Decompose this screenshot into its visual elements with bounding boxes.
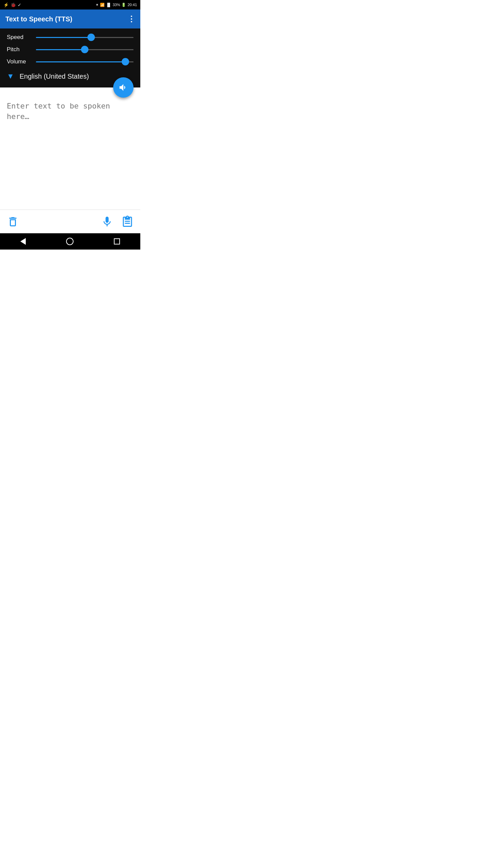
- recents-button[interactable]: [114, 238, 120, 244]
- pitch-label: Pitch: [7, 46, 30, 53]
- paste-button[interactable]: [121, 216, 134, 228]
- microphone-button[interactable]: [101, 216, 113, 228]
- app-title: Text to Speech (TTS): [5, 15, 72, 23]
- pitch-slider-wrapper: [36, 46, 134, 53]
- volume-row: Volume: [7, 58, 134, 65]
- home-button[interactable]: [66, 238, 74, 245]
- status-left-icons: ⚡ 🐞 ✓: [3, 2, 21, 7]
- status-right-icons: ✶ 📶 ▐▌ 33% 🔋 20:41: [96, 3, 137, 7]
- app-bar: Text to Speech (TTS): [0, 9, 140, 28]
- language-row[interactable]: ▼ English (United States): [7, 71, 134, 81]
- bottom-toolbar: [0, 210, 140, 233]
- wifi-icon: 📶: [100, 3, 105, 7]
- volume-icon: [118, 82, 128, 93]
- mic-icon: [101, 216, 113, 228]
- speak-fab[interactable]: [113, 77, 134, 98]
- clock: 20:41: [127, 3, 137, 7]
- toolbar-center-icons: [101, 216, 134, 228]
- usb-icon: ⚡: [3, 2, 9, 7]
- speed-slider[interactable]: [36, 37, 134, 38]
- bluetooth-icon: ✶: [96, 3, 99, 7]
- system-nav-bar: [0, 233, 140, 250]
- language-selected: English (United States): [20, 73, 89, 80]
- speed-slider-wrapper: [36, 34, 134, 41]
- speech-text-input[interactable]: [7, 101, 134, 203]
- overflow-dot-2: [131, 18, 132, 20]
- signal-icon: ▐▌: [106, 3, 111, 7]
- status-bar: ⚡ 🐞 ✓ ✶ 📶 ▐▌ 33% 🔋 20:41: [0, 0, 140, 9]
- battery-icon: 🔋: [121, 3, 126, 7]
- pitch-slider[interactable]: [36, 49, 134, 50]
- speed-label: Speed: [7, 34, 30, 41]
- battery-percentage: 33%: [113, 3, 120, 7]
- pitch-row: Pitch: [7, 46, 134, 53]
- overflow-dot-1: [131, 16, 132, 17]
- speed-row: Speed: [7, 34, 134, 41]
- text-input-area[interactable]: [0, 87, 140, 210]
- debug-icon: 🐞: [11, 2, 16, 7]
- overflow-menu-button[interactable]: [128, 13, 135, 25]
- dropdown-arrow-icon: ▼: [7, 72, 14, 81]
- overflow-dot-3: [131, 21, 132, 22]
- volume-label: Volume: [7, 58, 30, 65]
- volume-slider[interactable]: [36, 61, 134, 62]
- trash-icon: [7, 216, 19, 228]
- clipboard-icon: [121, 216, 134, 228]
- volume-slider-wrapper: [36, 58, 134, 65]
- back-button[interactable]: [20, 238, 26, 245]
- controls-panel: Speed Pitch Volume ▼ English (United Sta…: [0, 28, 140, 87]
- check-icon: ✓: [18, 2, 21, 7]
- clear-button[interactable]: [7, 216, 19, 228]
